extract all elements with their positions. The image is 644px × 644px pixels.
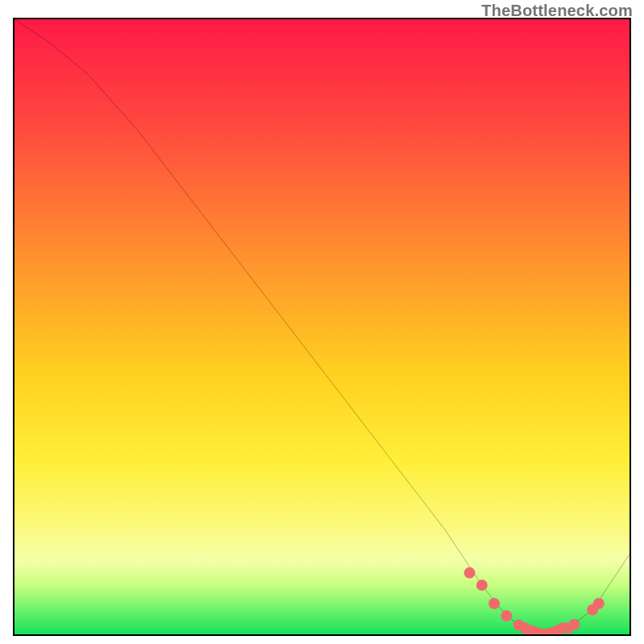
highlight-dot xyxy=(477,580,488,591)
highlight-dot xyxy=(568,619,580,630)
highlight-dot xyxy=(464,568,475,579)
highlight-dot xyxy=(593,598,605,609)
highlight-dot xyxy=(489,598,500,609)
chart-stage: TheBottleneck.com xyxy=(0,0,644,644)
highlight-dot xyxy=(501,610,512,621)
curve-layer xyxy=(14,19,630,634)
bottleneck-curve xyxy=(14,19,630,634)
plot-area xyxy=(13,18,631,636)
highlight-dots xyxy=(464,568,604,634)
